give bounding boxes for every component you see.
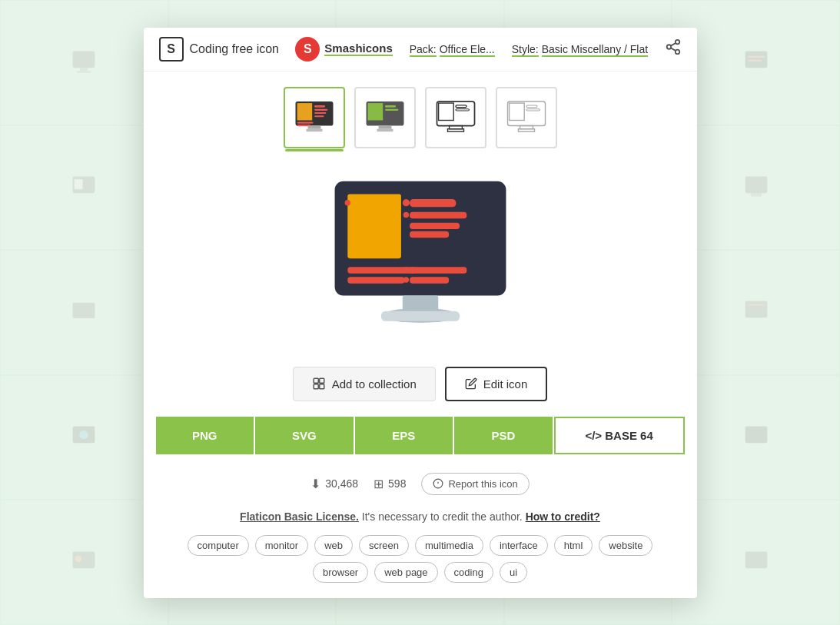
svg-rect-88 [347,277,404,283]
tag-item[interactable]: web page [374,562,437,583]
thumbnail-3[interactable] [425,87,486,148]
thumbnail-4[interactable] [496,87,557,148]
edit-icon-label: Edit icon [483,377,528,391]
svg-rect-81 [410,199,456,207]
tag-item[interactable]: monitor [255,535,308,556]
pack-value[interactable]: Office Ele... [440,43,495,57]
svg-rect-90 [410,277,449,283]
grid-icon: ⊞ [374,477,383,491]
download-psd-button[interactable]: PSD [454,417,554,454]
svg-rect-65 [378,125,391,128]
pencil-icon [465,377,477,390]
add-to-collection-button[interactable]: Add to collection [293,367,436,401]
tag-item[interactable]: interface [490,535,548,556]
svg-line-49 [670,48,675,51]
license-body: It's necessary to credit the author. [362,510,523,523]
svg-rect-72 [447,128,463,131]
svg-line-50 [670,43,675,46]
modal: S Coding free icon S Smashicons Pack: Of… [144,28,697,598]
download-count-value: 30,468 [325,477,358,490]
stats-row: ⬇ 30,468 ⊞ 598 Report this icon [144,467,697,501]
svg-point-84 [403,211,408,217]
download-count: ⬇ 30,468 [310,477,358,491]
tag-item[interactable]: website [599,535,652,556]
svg-rect-56 [314,115,324,117]
svg-rect-97 [314,378,318,383]
svg-rect-53 [314,105,325,107]
tag-item[interactable]: coding [444,562,493,583]
page-title: Coding free icon [190,42,280,56]
svg-rect-89 [410,267,466,273]
add-collection-label: Add to collection [332,377,417,391]
tag-item[interactable]: html [554,535,593,556]
collection-count: ⊞ 598 [374,477,406,491]
svg-rect-80 [347,194,401,258]
svg-rect-59 [307,125,320,128]
header-center: S Smashicons Pack: Office Ele... Style: … [291,37,652,62]
svg-rect-86 [410,231,449,237]
svg-rect-62 [367,103,383,120]
header-logo: S Coding free icon [159,37,280,62]
svg-point-82 [402,199,409,206]
svg-rect-83 [410,211,466,218]
svg-rect-54 [314,108,328,110]
svg-point-91 [403,267,408,272]
svg-rect-96 [380,311,459,321]
svg-rect-64 [385,108,399,110]
report-button[interactable]: Report this icon [421,473,529,495]
license-text: Flaticon Basic License. It's necessary t… [144,501,697,529]
svg-rect-78 [518,128,534,131]
download-svg-button[interactable]: SVG [255,417,355,454]
main-icon-svg [320,171,520,348]
tag-item[interactable]: web [314,535,353,556]
brand-name: Smashicons [324,42,392,56]
smashicons-logo-box: S [159,37,184,62]
thumbnail-1[interactable] [284,87,345,148]
svg-rect-52 [297,103,312,120]
tag-item[interactable]: computer [188,535,249,556]
style-info: Style: Basic Miscellany / Flat [512,43,648,55]
download-buttons-row: PNG SVG EPS PSD </> BASE 64 [144,417,697,467]
svg-rect-60 [306,128,322,131]
svg-rect-76 [526,108,540,110]
tags-row: computermonitorwebscreenmultimediainterf… [144,529,697,598]
download-png-button[interactable]: PNG [156,417,256,454]
svg-rect-75 [526,105,537,107]
download-base64-button[interactable]: </> BASE 64 [554,417,685,454]
collection-icon [312,377,326,391]
main-icon-display [144,156,697,367]
svg-rect-70 [456,108,470,110]
license-name[interactable]: Flaticon Basic License. [240,510,359,523]
svg-rect-73 [507,101,545,126]
download-icon: ⬇ [310,477,320,491]
svg-point-93 [344,200,350,205]
pack-label: Pack: [410,43,437,57]
svg-rect-66 [377,128,393,131]
svg-rect-98 [319,378,324,383]
how-to-credit-link[interactable]: How to credit? [526,510,600,523]
tag-item[interactable]: multimedia [415,535,483,556]
svg-rect-63 [385,105,396,107]
smashicons-brand[interactable]: S Smashicons [295,37,392,62]
thumbnail-2[interactable] [354,87,416,148]
svg-rect-85 [410,222,460,228]
style-value[interactable]: Basic Miscellany / Flat [542,43,648,57]
download-eps-button[interactable]: EPS [355,417,455,454]
tag-item[interactable]: screen [359,535,409,556]
edit-icon-button[interactable]: Edit icon [445,367,548,401]
share-button[interactable] [665,38,682,59]
info-icon [433,478,443,489]
svg-rect-74 [509,103,524,120]
svg-rect-57 [297,121,313,123]
svg-rect-55 [314,112,326,114]
tag-item[interactable]: browser [313,562,368,583]
tag-item[interactable]: ui [500,562,527,583]
style-label: Style: [512,43,539,57]
brand-circle: S [295,37,320,62]
svg-rect-99 [314,384,318,389]
svg-rect-68 [438,103,453,120]
svg-point-92 [403,277,408,282]
modal-header: S Coding free icon S Smashicons Pack: Of… [144,28,697,71]
svg-rect-100 [319,384,324,389]
action-buttons: Add to collection Edit icon [144,367,697,417]
